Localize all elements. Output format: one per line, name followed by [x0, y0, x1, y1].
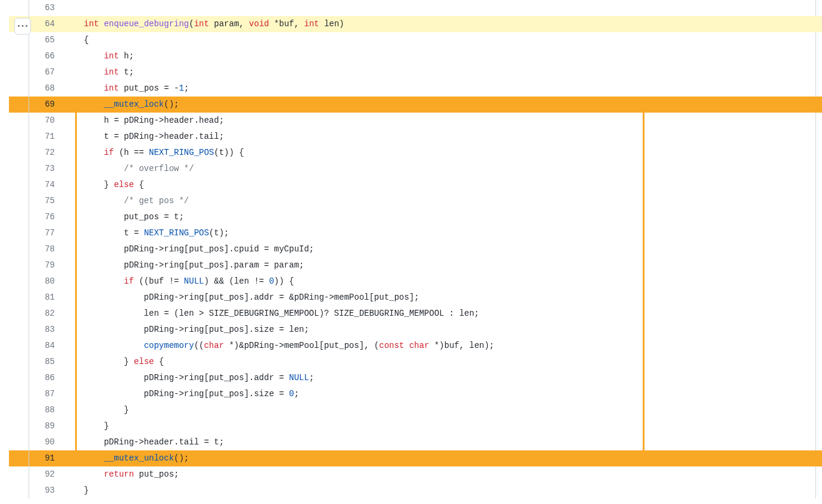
- code-content[interactable]: }: [66, 402, 822, 418]
- code-content[interactable]: pDRing->ring[put_pos].addr = NULL;: [66, 370, 822, 386]
- code-content[interactable]: len = (len > SIZE_DEBUGRING_MEMPOOL)? SI…: [66, 306, 822, 322]
- code-content[interactable]: /* get pos */: [66, 193, 822, 209]
- code-content[interactable]: int put_pos = -1;: [66, 80, 822, 97]
- code-line[interactable]: 69 __mutex_lock();: [9, 97, 822, 113]
- code-line[interactable]: 82 len = (len > SIZE_DEBUGRING_MEMPOOL)?…: [9, 306, 822, 322]
- code-line[interactable]: 79 pDRing->ring[put_pos].param = param;: [9, 257, 822, 273]
- line-number[interactable]: 80: [9, 273, 66, 290]
- code-content[interactable]: return put_pos;: [66, 466, 822, 483]
- code-content[interactable]: put_pos = t;: [66, 209, 822, 225]
- line-number[interactable]: 63: [9, 0, 66, 16]
- line-number[interactable]: 81: [9, 290, 66, 306]
- code-content[interactable]: pDRing->header.tail = t;: [66, 434, 822, 450]
- code-line[interactable]: 81 pDRing->ring[put_pos].addr = &pDRing-…: [9, 290, 822, 306]
- code-line[interactable]: 68 int put_pos = -1;: [9, 80, 822, 97]
- code-content[interactable]: t = pDRing->header.tail;: [66, 129, 822, 145]
- code-line[interactable]: 65 {: [9, 32, 822, 48]
- code-token: param,: [209, 19, 249, 29]
- code-content[interactable]: if (h == NEXT_RING_POS(t)) {: [66, 145, 822, 161]
- code-line[interactable]: 73 /* overflow */: [9, 161, 822, 177]
- code-line[interactable]: 75 /* get pos */: [9, 193, 822, 209]
- code-token: copymemory: [144, 341, 194, 350]
- code-content[interactable]: __mutex_unlock();: [66, 450, 822, 466]
- line-number[interactable]: 91: [9, 450, 66, 466]
- code-line[interactable]: 80 if ((buf != NULL) && (len != 0)) {: [9, 273, 822, 290]
- code-line[interactable]: 71 t = pDRing->header.tail;: [9, 129, 822, 145]
- code-content[interactable]: pDRing->ring[put_pos].size = 0;: [66, 386, 822, 402]
- line-number[interactable]: 69: [9, 97, 66, 113]
- line-number[interactable]: 70: [9, 113, 66, 129]
- code-line[interactable]: 92 return put_pos;: [9, 466, 822, 483]
- code-line[interactable]: 88 }: [9, 402, 822, 418]
- code-line[interactable]: 90 pDRing->header.tail = t;: [9, 434, 822, 450]
- code-content[interactable]: int h;: [66, 48, 822, 64]
- code-line[interactable]: 89 }: [9, 418, 822, 434]
- line-number[interactable]: 66: [9, 48, 66, 64]
- line-number[interactable]: 88: [9, 402, 66, 418]
- code-line[interactable]: 93 }: [9, 483, 822, 499]
- code-content[interactable]: pDRing->ring[put_pos].param = param;: [66, 257, 822, 273]
- code-line[interactable]: 74 } else {: [9, 177, 822, 193]
- code-viewer: 6364 int enqueue_debugring(int param, vo…: [0, 0, 822, 499]
- line-number[interactable]: 83: [9, 322, 66, 338]
- code-line[interactable]: 64 int enqueue_debugring(int param, void…: [9, 16, 822, 32]
- line-actions-button[interactable]: [14, 18, 31, 35]
- code-content[interactable]: } else {: [66, 177, 822, 193]
- code-content[interactable]: } else {: [66, 354, 822, 370]
- line-number[interactable]: 86: [9, 370, 66, 386]
- line-number[interactable]: 82: [9, 306, 66, 322]
- line-number[interactable]: 84: [9, 338, 66, 354]
- code-content[interactable]: __mutex_lock();: [66, 97, 822, 113]
- code-token: *buf,: [269, 19, 304, 29]
- code-content[interactable]: {: [66, 32, 822, 48]
- code-line[interactable]: 72 if (h == NEXT_RING_POS(t)) {: [9, 145, 822, 161]
- line-number[interactable]: 72: [9, 145, 66, 161]
- code-line[interactable]: 63: [9, 0, 822, 16]
- line-number[interactable]: 65: [9, 32, 66, 48]
- code-line[interactable]: 66 int h;: [9, 48, 822, 64]
- line-number[interactable]: 76: [9, 209, 66, 225]
- line-number[interactable]: 67: [9, 64, 66, 80]
- line-number[interactable]: 71: [9, 129, 66, 145]
- code-line[interactable]: 85 } else {: [9, 354, 822, 370]
- code-line[interactable]: 67 int t;: [9, 64, 822, 80]
- code-line[interactable]: 86 pDRing->ring[put_pos].addr = NULL;: [9, 370, 822, 386]
- code-content[interactable]: [66, 0, 822, 16]
- line-number[interactable]: 85: [9, 354, 66, 370]
- code-token: len): [319, 19, 344, 29]
- line-number[interactable]: 92: [9, 466, 66, 483]
- line-number[interactable]: 87: [9, 386, 66, 402]
- code-content[interactable]: pDRing->ring[put_pos].cpuid = myCpuId;: [66, 241, 822, 257]
- line-number[interactable]: 78: [9, 241, 66, 257]
- code-content[interactable]: /* overflow */: [66, 161, 822, 177]
- code-line[interactable]: 78 pDRing->ring[put_pos].cpuid = myCpuId…: [9, 241, 822, 257]
- code-line[interactable]: 70 h = pDRing->header.head;: [9, 113, 822, 129]
- code-content[interactable]: int enqueue_debugring(int param, void *b…: [66, 16, 822, 32]
- code-content[interactable]: if ((buf != NULL) && (len != 0)) {: [66, 273, 822, 290]
- code-content[interactable]: copymemory((char *)&pDRing->memPool[put_…: [66, 338, 822, 354]
- line-number[interactable]: 77: [9, 225, 66, 241]
- code-content[interactable]: }: [66, 418, 822, 434]
- line-number[interactable]: 79: [9, 257, 66, 273]
- code-line[interactable]: 83 pDRing->ring[put_pos].size = len;: [9, 322, 822, 338]
- code-content[interactable]: int t;: [66, 64, 822, 80]
- code-content[interactable]: pDRing->ring[put_pos].size = len;: [66, 322, 822, 338]
- code-content[interactable]: t = NEXT_RING_POS(t);: [66, 225, 822, 241]
- line-number[interactable]: 75: [9, 193, 66, 209]
- line-number[interactable]: 90: [9, 434, 66, 450]
- code-content[interactable]: }: [66, 483, 822, 499]
- line-number[interactable]: 74: [9, 177, 66, 193]
- code-content[interactable]: pDRing->ring[put_pos].addr = &pDRing->me…: [66, 290, 822, 306]
- line-number[interactable]: 93: [9, 483, 66, 499]
- line-number[interactable]: 73: [9, 161, 66, 177]
- code-content[interactable]: h = pDRing->header.head;: [66, 113, 822, 129]
- code-line[interactable]: 84 copymemory((char *)&pDRing->memPool[p…: [9, 338, 822, 354]
- line-number[interactable]: 68: [9, 80, 66, 97]
- code-line[interactable]: 87 pDRing->ring[put_pos].size = 0;: [9, 386, 822, 402]
- code-token: /* overflow */: [124, 164, 194, 173]
- code-line[interactable]: 76 put_pos = t;: [9, 209, 822, 225]
- code-line[interactable]: 77 t = NEXT_RING_POS(t);: [9, 225, 822, 241]
- line-number[interactable]: 89: [9, 418, 66, 434]
- code-token: }: [74, 421, 109, 431]
- code-line[interactable]: 91 __mutex_unlock();: [9, 450, 822, 466]
